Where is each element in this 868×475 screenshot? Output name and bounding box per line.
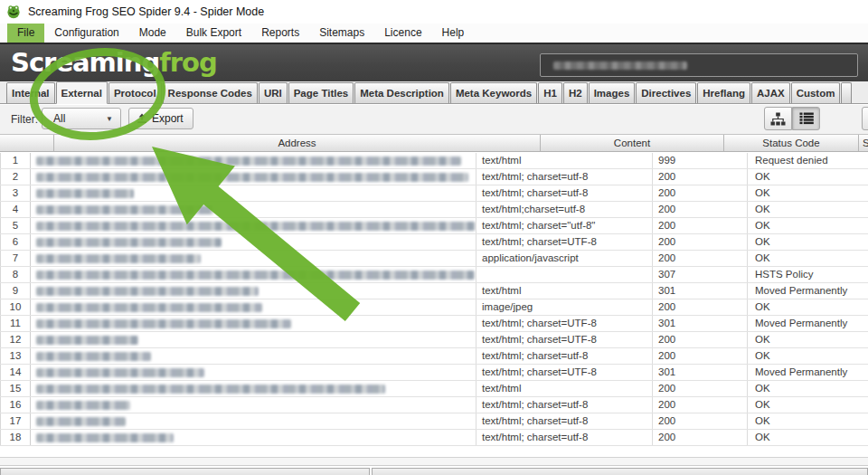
table-row[interactable]: 1 text/html 999 Request denied <box>0 153 868 169</box>
menu-item-configuration[interactable]: Configuration <box>44 24 128 43</box>
table-row[interactable]: 16 text/html; charset=utf-8 200 OK <box>0 397 868 413</box>
redacted-address-text <box>36 205 213 214</box>
status-cell: OK <box>748 234 868 250</box>
tab-hreflang[interactable]: Hreflang <box>697 82 750 103</box>
table-row[interactable]: 10 image/jpeg 200 OK <box>0 299 868 316</box>
content-type-cell: text/html; charset=UTF-8 <box>476 234 653 250</box>
tab-meta-keywords[interactable]: Meta Keywords <box>450 82 537 103</box>
status-code-cell: 200 <box>653 413 748 429</box>
row-number: 9 <box>0 283 31 299</box>
table-row[interactable]: 11 text/html; charset=UTF-8 301 Moved Pe… <box>0 316 868 332</box>
table-row[interactable]: 18 text/html; charset=utf-8 200 OK <box>0 430 868 446</box>
address-cell <box>31 381 476 396</box>
address-cell <box>31 267 476 282</box>
table-row[interactable]: 5 text/html; charset="utf-8" 200 OK <box>0 218 868 234</box>
column-header-content[interactable]: Content <box>541 135 724 151</box>
tab-directives[interactable]: Directives <box>636 82 696 103</box>
menu-item-sitemaps[interactable]: Sitemaps <box>309 24 374 43</box>
tab-clipped-sliver[interactable] <box>841 82 852 103</box>
menu-item-file[interactable]: File <box>7 24 44 43</box>
column-header-rownum[interactable] <box>0 135 54 151</box>
table-row[interactable]: 13 text/html; charset=utf-8 200 OK <box>0 348 868 365</box>
crawl-url-input[interactable] <box>540 53 858 77</box>
screamingfrog-logo: Screamingfrog <box>11 50 217 76</box>
menu-item-bulk-export[interactable]: Bulk Export <box>176 24 251 43</box>
address-cell <box>31 218 476 233</box>
table-row[interactable]: 3 text/html; charset=utf-8 200 OK <box>0 185 868 202</box>
content-type-cell: text/html; charset=UTF-8 <box>476 365 653 380</box>
table-row[interactable]: 12 text/html; charset=UTF-8 200 OK <box>0 332 868 348</box>
status-code-cell: 200 <box>653 218 748 233</box>
table-row[interactable]: 6 text/html; charset=UTF-8 200 OK <box>0 234 868 251</box>
content-type-cell <box>476 267 653 282</box>
bottom-left-panel[interactable] <box>0 468 370 475</box>
column-header-status-code[interactable]: Status Code <box>724 135 859 151</box>
table-row[interactable]: 9 text/html 301 Moved Permanently <box>0 283 868 299</box>
row-number: 6 <box>0 234 31 250</box>
table-row[interactable]: 7 application/javascript 200 OK <box>0 251 868 267</box>
status-code-cell: 999 <box>653 153 748 168</box>
redacted-address-text <box>36 319 291 328</box>
content-type-cell: text/html <box>476 153 653 168</box>
content-type-cell: application/javascript <box>476 251 653 266</box>
status-cell: OK <box>748 185 868 201</box>
content-type-cell: text/html; charset=utf-8 <box>476 348 653 364</box>
row-number: 16 <box>0 397 31 413</box>
redacted-address-text <box>36 222 476 231</box>
table-row[interactable]: 4 text/html;charset=utf-8 200 OK <box>0 202 868 218</box>
menu-item-mode[interactable]: Mode <box>129 24 176 43</box>
table-row[interactable]: 2 text/html; charset=utf-8 200 OK <box>0 169 868 185</box>
tab-h2[interactable]: H2 <box>563 82 588 103</box>
menu-item-reports[interactable]: Reports <box>251 24 309 43</box>
redacted-address-text <box>36 173 468 182</box>
status-code-cell: 200 <box>653 251 748 266</box>
table-row[interactable]: 17 text/html; charset=utf-8 200 OK <box>0 413 868 430</box>
tab-protocol[interactable]: Protocol <box>108 82 162 103</box>
tab-page-titles[interactable]: Page Titles <box>288 82 354 103</box>
status-code-cell: 200 <box>653 202 748 217</box>
filter-dropdown-value: All <box>53 112 106 125</box>
tab-images[interactable]: Images <box>589 82 636 103</box>
bottom-right-panel[interactable] <box>372 468 868 475</box>
tab-custom[interactable]: Custom <box>791 82 841 103</box>
filter-dropdown[interactable]: All ▼ <box>42 108 121 129</box>
column-header-status[interactable]: Status <box>859 135 868 151</box>
table-row[interactable]: 14 text/html; charset=UTF-8 301 Moved Pe… <box>0 365 868 381</box>
menu-item-help[interactable]: Help <box>432 24 475 43</box>
redacted-address-text <box>36 189 134 198</box>
tab-response-codes[interactable]: Response Codes <box>163 82 258 103</box>
status-cell: OK <box>748 218 868 233</box>
tree-view-button[interactable] <box>764 107 792 130</box>
menu-item-licence[interactable]: Licence <box>374 24 431 43</box>
address-cell <box>31 153 476 168</box>
row-number: 3 <box>0 185 31 201</box>
redacted-address-text <box>36 433 174 442</box>
table-row[interactable]: 8 307 HSTS Policy <box>0 267 868 283</box>
status-code-cell: 200 <box>653 169 748 185</box>
tab-ajax[interactable]: AJAX <box>751 82 790 103</box>
status-cell: HSTS Policy <box>748 267 868 282</box>
tab-meta-description[interactable]: Meta Description <box>354 82 449 103</box>
table-row[interactable]: 15 text/html 200 OK <box>0 381 868 397</box>
tab-h1[interactable]: H1 <box>538 82 562 103</box>
status-code-cell: 200 <box>653 381 748 396</box>
tab-external[interactable]: External <box>56 81 108 104</box>
address-cell <box>31 234 476 250</box>
tab-uri[interactable]: URI <box>259 82 288 103</box>
content-type-cell: text/html;charset=utf-8 <box>476 202 653 217</box>
address-cell <box>31 283 476 299</box>
status-code-cell: 200 <box>653 185 748 201</box>
address-cell <box>31 299 476 315</box>
export-button-label: Export <box>152 112 184 125</box>
clipped-toolbar-button[interactable] <box>862 107 868 130</box>
row-number: 14 <box>0 365 31 380</box>
redacted-url-text <box>553 62 687 70</box>
export-button[interactable]: Export <box>128 108 193 129</box>
tab-internal[interactable]: Internal <box>6 82 55 103</box>
column-header-address[interactable]: Address <box>54 135 541 151</box>
status-cell: OK <box>748 413 868 429</box>
redacted-address-text <box>36 157 461 166</box>
redacted-address-text <box>36 401 130 410</box>
content-type-cell: text/html <box>476 283 653 299</box>
list-view-button[interactable] <box>792 107 820 130</box>
